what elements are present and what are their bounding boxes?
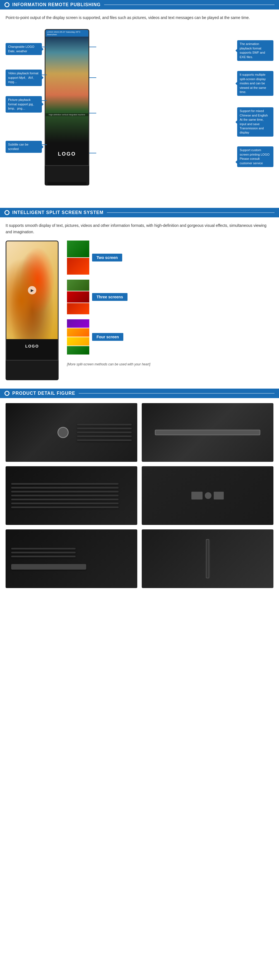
section2-dot — [5, 210, 10, 215]
callout-subtitle: Subtitle can be scrolled — [6, 141, 42, 153]
split-logo-bar: LOGO — [6, 339, 58, 353]
display-screen-outer: LOGO 2022-05-07 Saturday 25°C Shenzhen H… — [44, 29, 89, 166]
product-img-3 — [6, 466, 137, 525]
callout-picture: Picture playback format support jpg、bmp、… — [6, 96, 42, 112]
split-mode-four: Four screen — [67, 319, 273, 355]
thumb-market — [67, 328, 89, 337]
split-base — [6, 361, 59, 380]
split-right: Two screen Three screens Fo — [67, 240, 273, 366]
port-round — [205, 492, 211, 499]
product-img-5 — [6, 530, 137, 588]
callout-multiscreen: It supports multiple split-screen displa… — [237, 71, 273, 96]
power-button — [57, 427, 69, 438]
product-img-1 — [6, 403, 137, 462]
thumb-plant — [67, 280, 89, 291]
split-screen-content: ▶ — [6, 241, 58, 339]
port-power — [214, 492, 224, 500]
play-button[interactable]: ▶ — [28, 286, 36, 294]
connector-line — [42, 75, 47, 75]
thumb-red — [67, 258, 89, 275]
callout-video: Video playback format support Mp4、AVI、mp… — [6, 70, 42, 86]
connector-line — [89, 77, 96, 78]
thumb-food2 — [67, 346, 89, 355]
section3-title: PRODUCT DETAIL FIGURE — [12, 391, 75, 396]
section1-body: Point-to-point output of the display scr… — [0, 14, 279, 208]
split-device: ▶ LOGO — [6, 240, 59, 380]
section3-dot — [5, 391, 10, 396]
product-grid — [6, 403, 273, 588]
section1-line — [104, 5, 274, 5]
connector-line — [42, 145, 47, 145]
callout-custom-logo: Support custom screen printing LOGO Plea… — [237, 146, 273, 167]
four-screen-label: Four screen — [92, 333, 123, 341]
section3-body — [0, 403, 279, 597]
display-stand: LOGO 2022-05-07 Saturday 25°C Shenzhen H… — [44, 29, 89, 186]
callout-chinese-english: Support for mixed Chinese and English At… — [237, 107, 273, 136]
split-screen-outer: ▶ LOGO — [6, 240, 59, 361]
callout-animation: The animation playback format supports S… — [237, 40, 273, 61]
thumb-car — [67, 291, 89, 302]
section2-header: INTELLIGENT SPLIT SCREEN SYSTEM — [0, 208, 279, 217]
device-side-view — [206, 539, 209, 578]
two-screen-label: Two screen — [92, 254, 122, 261]
connector-line — [89, 113, 96, 113]
product-img-2 — [142, 403, 273, 462]
split-thumbs-three — [67, 280, 89, 314]
three-screen-label: Three screens — [92, 293, 127, 301]
thumb-green — [67, 240, 89, 257]
split-diagram: ▶ LOGO Two screen — [6, 240, 273, 380]
split-main-img: ▶ — [6, 241, 58, 339]
section1-dot — [5, 2, 10, 7]
connector-line — [89, 47, 96, 47]
split-thumbs-two — [67, 240, 89, 275]
connector-line — [42, 47, 47, 47]
connector-line — [42, 100, 47, 101]
display-logo-area: LOGO — [46, 143, 89, 165]
thumb-purple — [67, 319, 89, 328]
display-top-bar: LOGO 2022-05-07 Saturday 25°C Shenzhen — [46, 30, 89, 37]
display-hd-label: High-definition vertical integrated mach… — [46, 113, 89, 116]
section1-title: INFORMATION REMOTE PUBLISHING — [12, 2, 101, 7]
product-img-6 — [142, 530, 273, 588]
split-mode-two: Two screen — [67, 240, 273, 275]
thumb-yellow — [67, 337, 89, 345]
callout-logo-date: Changeable LOGO Date, weather — [6, 43, 42, 55]
section3-header: PRODUCT DETAIL FIGURE — [0, 388, 279, 398]
display-screen-inner: High-definition vertical integrated mach… — [46, 37, 89, 143]
product-img-4 — [142, 466, 273, 525]
section1-header: INFORMATION REMOTE PUBLISHING — [0, 0, 279, 10]
section1-diagram: Changeable LOGO Date, weather Video play… — [6, 26, 273, 199]
handle-bar — [155, 430, 260, 435]
connector-line — [89, 153, 96, 153]
section2-title: INTELLIGENT SPLIT SCREEN SYSTEM — [12, 210, 103, 215]
split-note: [More split-screen methods can be used w… — [67, 362, 273, 366]
section2-body: It supports smooth display of text, pict… — [0, 223, 279, 388]
display-base — [44, 166, 89, 186]
section2-line — [107, 212, 274, 213]
section2-intro: It supports smooth display of text, pict… — [6, 223, 273, 235]
thumb-food — [67, 303, 89, 314]
port-hdmi — [192, 492, 203, 500]
section1-intro: Point-to-point output of the display scr… — [6, 14, 273, 21]
section3-line — [79, 393, 274, 394]
split-thumbs-four — [67, 319, 89, 355]
ports-row — [192, 492, 224, 500]
split-mode-three: Three screens — [67, 280, 273, 314]
